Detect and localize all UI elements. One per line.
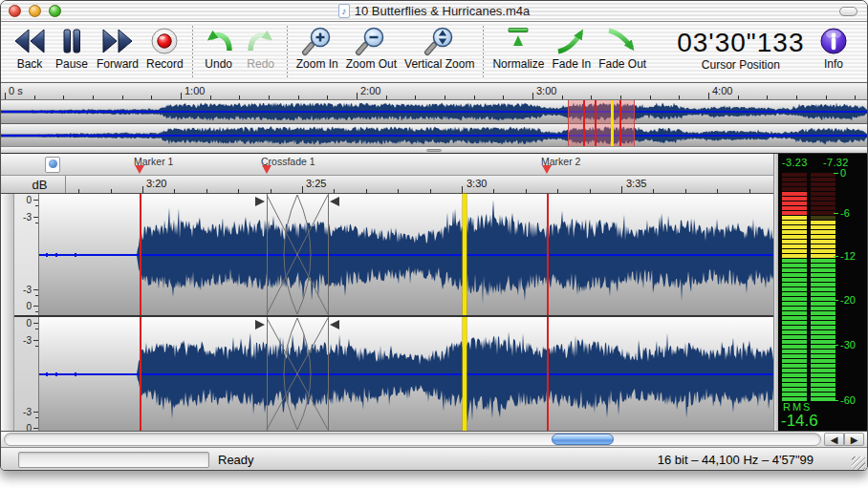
window-title: ♪ 10 Butterflies & Hurricanes.m4a — [1, 4, 867, 18]
db-scale-tick — [33, 289, 38, 290]
toolbar-button-fade-out[interactable]: Fade Out — [595, 26, 650, 71]
db-scale-tick — [35, 223, 38, 223]
scrollbar-thumb[interactable] — [552, 434, 614, 445]
toolbar-button-record[interactable]: Record — [142, 26, 187, 71]
toolbar-button-redo[interactable]: Redo — [240, 26, 282, 71]
meter-segment — [811, 302, 835, 306]
marker-flag[interactable] — [135, 165, 144, 174]
meter-segment — [811, 264, 835, 267]
waveform-area[interactable] — [39, 194, 773, 431]
meter-segment — [782, 330, 807, 334]
meter-scale-label: -6 — [840, 207, 850, 219]
zoom-button[interactable] — [49, 5, 61, 17]
close-button[interactable] — [9, 5, 21, 17]
waveform-channel-1[interactable] — [39, 194, 773, 315]
ruler-tick — [493, 189, 494, 193]
toolbar-button-back[interactable]: Back — [9, 26, 51, 71]
ruler-tick — [620, 95, 621, 99]
titlebar[interactable]: ♪ 10 Butterflies & Hurricanes.m4a — [1, 1, 867, 22]
meter-segment — [811, 340, 835, 344]
ruler-tick — [532, 93, 533, 99]
overview-ruler[interactable]: 0 s1:002:003:004:00 — [1, 83, 867, 100]
ruler-tick — [181, 93, 182, 99]
audio-format-info: 16 bit – 44,100 Hz – 4'57"99 — [658, 453, 814, 467]
toolbar-button-zoom-out[interactable]: Zoom Out — [342, 26, 401, 71]
undo-icon — [202, 26, 236, 56]
meter-segment — [782, 316, 807, 320]
marker-header[interactable]: Marker 1Crossfade 1Marker 2 — [1, 154, 778, 176]
meter-scale-label: -60 — [840, 394, 856, 406]
db-scale-label: 0 — [26, 301, 32, 311]
meter-segment — [782, 283, 807, 286]
scroll-left-button[interactable]: ◀ — [824, 433, 844, 446]
meter-segment — [811, 326, 835, 329]
scrollbar-track[interactable] — [4, 433, 821, 446]
meter-segment — [782, 393, 807, 396]
minimize-button[interactable] — [29, 5, 41, 17]
toolbar-button-fade-in[interactable]: Fade In — [548, 26, 595, 71]
meter-segment — [811, 292, 835, 296]
marker-flag[interactable] — [262, 165, 271, 174]
meter-segment — [782, 225, 807, 229]
meter-segment — [782, 187, 807, 191]
toolbar-button-pause[interactable]: Pause — [51, 26, 93, 71]
meter-segment — [782, 268, 807, 272]
toolbar-button-label: Redo — [247, 57, 274, 71]
meter-segment — [782, 340, 807, 344]
meter-scale-tick — [834, 400, 838, 401]
zoom-out-icon — [354, 26, 388, 56]
meter-segment — [811, 383, 835, 387]
ruler-tick — [122, 95, 123, 99]
waveform-channel-2[interactable] — [39, 317, 773, 431]
meter-segment — [782, 326, 807, 329]
ruler-tick — [271, 189, 271, 193]
ruler-tick — [557, 189, 558, 193]
ruler-tick — [63, 95, 64, 99]
toolbar-button-vertical-zoom[interactable]: Vertical Zoom — [401, 26, 478, 71]
db-scale-tick — [35, 295, 38, 296]
toolbar-toggle-button[interactable] — [839, 7, 857, 16]
toolbar-button-zoom-in[interactable]: Zoom In — [293, 26, 342, 71]
meter-scale-tick — [834, 256, 838, 257]
overview-channel-right[interactable] — [1, 123, 867, 146]
ruler-tick — [366, 189, 367, 193]
toolbar-button-label: Vertical Zoom — [404, 57, 474, 71]
ruler-tick — [298, 95, 299, 99]
overview-channel-left[interactable] — [1, 100, 867, 123]
toolbar-button-normalize[interactable]: Normalize — [488, 26, 548, 71]
cursor-position-label: Cursor Position — [677, 58, 804, 72]
overview-waveform[interactable] — [1, 100, 867, 146]
meter-segment — [782, 211, 807, 215]
info-icon — [817, 26, 850, 56]
meter-segment — [811, 187, 835, 191]
toolbar-button-forward[interactable]: Forward — [93, 26, 142, 71]
meter-segment — [811, 230, 835, 234]
level-meter-panel: -3.23 -7.32 RMS -14.6 0-6-12-20-30-60 — [778, 154, 868, 431]
ruler-label: 3:20 — [146, 178, 166, 189]
db-scale-tick — [33, 323, 38, 324]
splitter-grip[interactable] — [426, 149, 442, 152]
ruler-tick — [708, 93, 709, 99]
ruler-tick — [386, 95, 387, 99]
meter-segment — [811, 259, 835, 263]
toolbar-button-undo[interactable]: Undo — [198, 26, 240, 71]
meter-segment — [811, 178, 835, 181]
meter-segment — [811, 216, 835, 220]
resize-grip[interactable] — [852, 456, 865, 470]
meter-scale-label: 0 — [840, 167, 846, 179]
meter-segment — [782, 311, 807, 315]
horizontal-scrollbar[interactable]: ◀ ▶ — [1, 431, 867, 447]
track-options-icon[interactable] — [45, 157, 60, 173]
ruler-tick — [717, 189, 718, 193]
meter-segment — [782, 287, 807, 291]
redo-icon — [244, 26, 278, 56]
meter-segment — [782, 354, 807, 358]
scroll-right-button[interactable]: ▶ — [844, 433, 864, 446]
marker-flag[interactable] — [542, 165, 552, 174]
time-ruler[interactable]: 3:203:253:303:35 — [66, 176, 773, 193]
toolbar-button-info[interactable]: Info — [814, 26, 854, 71]
toolbar-button-label: Back — [17, 57, 43, 71]
pane-splitter[interactable] — [1, 146, 867, 154]
meter-segment — [782, 182, 807, 186]
toolbar-buttons: BackPauseForwardRecordUndoRedoZoom InZoo… — [9, 26, 650, 77]
